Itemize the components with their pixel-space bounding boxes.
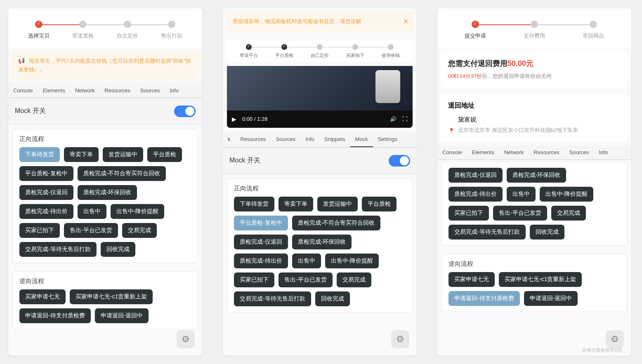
devtools-tab[interactable]: Mock	[350, 132, 373, 147]
step-item: 平台质检	[267, 44, 302, 59]
state-pill[interactable]: 交易完成-等待无售后打款	[234, 291, 311, 306]
state-pill[interactable]: 平台质检-复检中	[19, 166, 73, 181]
state-pill[interactable]: 回收完成	[101, 242, 135, 257]
state-pill[interactable]: 售出-平台已发货	[279, 272, 333, 287]
forward-flow-section: 质检完成-仅退回质检完成-环保回收质检完成-待出价出售中出售中-降价提醒买家已拍…	[441, 162, 627, 246]
devtools-tab[interactable]: Info	[300, 132, 319, 147]
state-pill[interactable]: 出售中-降价提醒	[540, 187, 594, 202]
state-pill[interactable]: 买家申请七无-c1责重新上架	[70, 289, 153, 304]
fullscreen-icon[interactable]: ⛶	[402, 116, 408, 122]
state-pill[interactable]: 买家申请七无	[19, 289, 66, 304]
devtools-tabs: ConsoleElementsNetworkResourcesSourcesIn…	[8, 83, 202, 98]
state-pill[interactable]: 平台质检-复检中	[234, 216, 288, 230]
state-pill[interactable]: 交易完成	[337, 272, 371, 287]
step-item: 售出打款	[150, 21, 194, 40]
state-pill[interactable]: 质检完成-仅退回	[234, 235, 288, 249]
reverse-flow-section: 逆向流程 买家申请七无买家申请七无-c1责重新上架申请退回-待支付质检费申请退回…	[12, 271, 198, 329]
state-pill[interactable]: 出售中-降价提醒	[325, 254, 379, 268]
state-pill[interactable]: 申请退回-退回中	[95, 308, 149, 323]
state-pill[interactable]: 回收完成	[530, 225, 564, 240]
devtools-tab[interactable]: Sources	[564, 145, 594, 160]
info-banner: 📢 现在寄出，平均7天内能卖出收钱（也可以在到货后随时选择"回收"快速拿钱）。	[12, 51, 199, 80]
step-line	[284, 47, 320, 47]
mock-toggle[interactable]	[174, 106, 196, 117]
step-item: 支付费用	[505, 21, 564, 40]
state-pill[interactable]: 出售中-降价提醒	[111, 204, 165, 219]
devtools-tab[interactable]: Resources	[236, 132, 271, 147]
state-pill[interactable]: 买家已拍下	[234, 272, 274, 287]
state-pill[interactable]: 寄卖下单	[279, 197, 313, 211]
devtools-tabs: ConsoleElementsNetworkResourcesSourcesIn…	[437, 145, 631, 160]
state-pill[interactable]: 交易完成-等待无售后打款	[448, 225, 526, 240]
state-pill[interactable]: 质检完成-待出价	[19, 204, 73, 219]
close-icon[interactable]: ✕	[403, 16, 408, 27]
state-pill[interactable]: 质检完成-不符合寄买符合回收	[78, 166, 166, 181]
banner-text: 现在寄出，平均7天内能卖出收钱（也可以在到货后随时选择"回收"快速拿钱）。	[18, 58, 191, 73]
devtools-tab[interactable]: Sources	[271, 132, 301, 147]
state-pill[interactable]: 买家申请七无-c1责重新上架	[499, 272, 582, 287]
watermark: @稀土掘金技术社区	[582, 347, 623, 353]
state-pill[interactable]: 质检完成-环保回收	[507, 168, 566, 183]
state-pill[interactable]: 质检完成-不符合寄买符合回收	[292, 216, 381, 230]
state-pill[interactable]: 出售中	[78, 204, 106, 219]
devtools-tab[interactable]: Resources	[529, 145, 564, 160]
state-pill[interactable]: 下单待发货	[234, 197, 274, 211]
state-pill[interactable]: 发货运输中	[317, 197, 358, 211]
step-dot-icon	[281, 44, 287, 50]
state-pill[interactable]: 质检完成-待出价	[234, 254, 288, 268]
state-pill[interactable]: 质检完成-待出价	[448, 187, 503, 202]
step-dot-icon	[590, 21, 597, 28]
mock-toggle[interactable]	[389, 155, 410, 167]
step-item: 选择宝贝	[17, 21, 61, 40]
settings-gear-icon[interactable]: ⚙	[177, 330, 195, 348]
state-pill[interactable]: 回收完成	[315, 291, 350, 306]
volume-icon[interactable]: 🔊	[390, 116, 397, 122]
devtools-tab[interactable]: Elements	[38, 83, 70, 98]
state-pill[interactable]: 交易完成-等待无售后打款	[19, 242, 97, 257]
state-pill[interactable]: 寄卖下单	[64, 147, 99, 162]
state-pill[interactable]: 下单待发货	[19, 147, 60, 162]
step-dot-icon	[317, 44, 323, 50]
state-pill[interactable]: 售出-平台已发货	[64, 223, 118, 238]
state-pill[interactable]: 平台质检	[362, 197, 397, 211]
state-pill[interactable]: 申请退回-待支付质检费	[19, 308, 91, 323]
state-pill[interactable]: 平台质检	[147, 147, 182, 162]
state-pill[interactable]: 申请退回-待支付质检费	[448, 291, 520, 306]
devtools-tab[interactable]: Settings	[373, 132, 402, 147]
state-pill[interactable]: 发货运输中	[103, 147, 143, 162]
settings-gear-icon[interactable]: ⚙	[391, 330, 409, 348]
state-pill[interactable]: 出售中	[292, 254, 321, 268]
devtools-tab[interactable]: Network	[499, 145, 529, 160]
devtools-tab[interactable]: Info	[594, 145, 613, 160]
forward-pills: 质检完成-仅退回质检完成-环保回收质检完成-待出价出售中出售中-降价提醒买家已拍…	[448, 168, 620, 240]
devtools-tab[interactable]: Console	[437, 145, 467, 160]
state-pill[interactable]: 出售中	[507, 187, 536, 202]
state-pill[interactable]: 质检完成-环保回收	[292, 235, 352, 249]
devtools-tab[interactable]: Network	[70, 83, 100, 98]
state-pill[interactable]: 买家已拍下	[19, 223, 60, 238]
step-dot-icon	[388, 44, 394, 50]
devtools-tab[interactable]: Resources	[100, 83, 135, 98]
state-pill[interactable]: 买家申请七无	[448, 272, 495, 287]
settings-gear-icon[interactable]: ⚙	[606, 330, 624, 348]
devtools-tab[interactable]: Elements	[467, 145, 499, 160]
devtools-tab[interactable]: Snippets	[319, 132, 350, 147]
step-dot-icon	[472, 21, 479, 28]
state-pill[interactable]: 交易完成	[551, 206, 586, 221]
state-pill[interactable]: 质检完成-环保回收	[78, 185, 137, 200]
devtools-tab[interactable]: Sources	[135, 83, 165, 98]
video-player[interactable]: 0:00 / 1:28 🔊 ⛶	[227, 66, 413, 128]
state-pill[interactable]: 质检完成-仅退回	[448, 168, 503, 183]
state-pill[interactable]: 质检完成-仅退回	[19, 185, 73, 200]
devtools-tab[interactable]: Info	[165, 83, 184, 98]
step-dot-icon	[168, 21, 175, 28]
state-pill[interactable]: 申请退回-退回中	[524, 291, 578, 306]
play-icon[interactable]	[232, 116, 236, 122]
address-card: 退回地址 黛富妮 📍 北京市北京市 海淀区东小口东升科技园b2地下车库	[441, 94, 628, 142]
state-pill[interactable]: 买家已拍下	[448, 206, 489, 221]
step-item: 提交申请	[446, 21, 505, 40]
state-pill[interactable]: 交易完成	[122, 223, 157, 238]
state-pill[interactable]: 售出-平台已发货	[493, 206, 547, 221]
devtools-tab[interactable]: Console	[8, 83, 38, 98]
devtools-tab[interactable]: k	[223, 132, 236, 147]
